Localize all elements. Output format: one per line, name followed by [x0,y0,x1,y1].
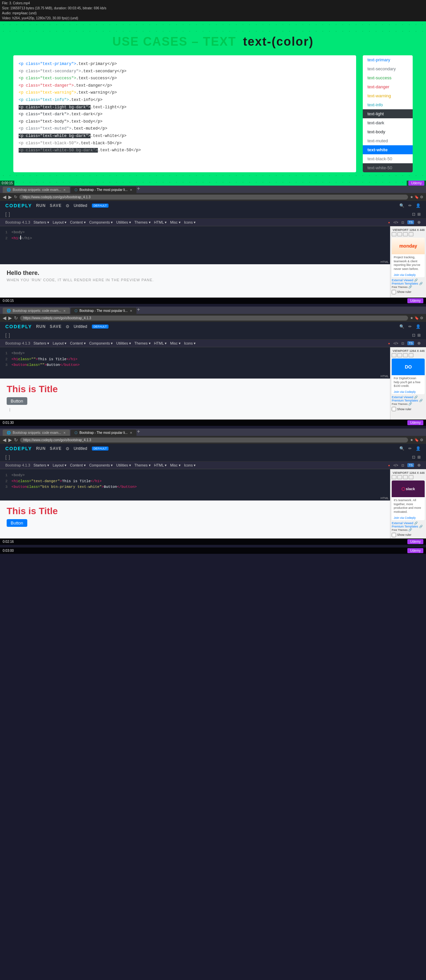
browser-tab-3b[interactable]: ⬡ Bootstrap - The most popular li... ✕ [71,430,136,436]
settings-icon-3[interactable]: ⚙ [66,446,70,451]
browser-tab-3a[interactable]: 🌐 Bootstrap snippets: code exam... ✕ [3,430,70,436]
run-btn-3[interactable]: RUN [36,446,46,451]
menu-layout-1[interactable]: Layout ▾ [52,220,67,224]
color-item-muted[interactable]: text-muted [363,136,413,145]
menu-starters-3[interactable]: Starters ▾ [33,463,49,468]
menu-utilities-3[interactable]: Utilities ▾ [116,463,131,468]
user-icon-2[interactable]: 👤 [416,324,421,329]
menu-icons-1[interactable]: Icons ▾ [184,220,196,224]
tab-3b-close[interactable]: ✕ [130,431,133,434]
promo-cta-3[interactable]: Join via Codeply [392,515,424,520]
forward-btn-2[interactable]: ▶ [8,315,12,321]
tab-add-2[interactable]: + [137,307,140,314]
forward-btn-3[interactable]: ▶ [8,437,12,442]
free-themes-link-2[interactable]: Free Themes [392,402,407,406]
address-bar-1[interactable]: https://www.codeply.com/go/o/bootstrap_4… [19,195,408,200]
color-item-danger[interactable]: text-danger [363,82,413,91]
address-bar-2[interactable]: https://www.codeply.com/go/o/bootstrap_4… [20,315,408,321]
menu-content-3[interactable]: Content ▾ [70,463,86,468]
save-btn-3[interactable]: SAVE [49,446,62,451]
color-item-white[interactable]: text-white [363,145,413,154]
menu-starters-2[interactable]: Starters ▾ [33,341,49,345]
menu-misc-1[interactable]: Misc ▾ [170,220,181,224]
external-link-3[interactable]: External Viewed [392,522,413,525]
premium-link-2[interactable]: Premium Templates [392,399,418,402]
search-icon-3[interactable]: 🔍 [399,446,404,451]
color-item-dark[interactable]: text-dark [363,118,413,127]
menu-icons-3[interactable]: Icons ▾ [184,463,196,468]
menu-themes-1[interactable]: Themes ▾ [135,220,151,224]
tab-1b-close[interactable]: ✕ [130,188,133,192]
color-item-primary[interactable]: text-primary [363,55,413,64]
menu-html-3[interactable]: HTML ▾ [154,463,167,468]
address-bar-3[interactable]: https://www.codeply.com/go/o/bootstrap_4… [20,438,408,442]
menu-utilities-2[interactable]: Utilities ▾ [116,341,131,345]
menu-components-3[interactable]: Components ▾ [89,463,113,468]
color-item-warning[interactable]: text-warning [363,91,413,100]
code-icon-3[interactable]: </> [393,463,398,467]
back-btn-3[interactable]: ◀ [3,437,6,442]
browser-tab-2a[interactable]: 🌐 Bootstrap snippets: code exam... ✕ [3,307,70,314]
more-icon-2[interactable]: ⊕ [417,341,421,345]
browser-tab-1b[interactable]: ⬡ Bootstrap - The most popular li... ✕ [71,186,136,193]
menu-misc-2[interactable]: Misc ▾ [170,341,181,345]
menu-utilities-1[interactable]: Utilities ▾ [116,220,131,224]
free-themes-link-1[interactable]: Free Themes [392,286,407,289]
split-icon-1[interactable]: ⊞ [417,212,421,216]
preview-button-3[interactable]: Button [7,519,27,527]
settings-icon-1[interactable]: ⚙ [66,203,70,208]
split-icon-3[interactable]: ⊞ [417,455,421,460]
ruler-checkbox-3[interactable] [392,533,396,537]
menu-content-2[interactable]: Content ▾ [70,341,86,345]
promo-cta-1[interactable]: Join via Codeply [392,272,424,277]
layout-icon-2[interactable]: ⊡ [401,342,404,345]
settings-icon-2[interactable]: ⚙ [66,324,70,329]
menu-icons-2[interactable]: Icons ▾ [184,341,196,345]
promo-cta-2[interactable]: Join via Codeply [392,390,424,394]
run-btn-1[interactable]: RUN [36,203,46,208]
menu-layout-2[interactable]: Layout ▾ [52,341,67,345]
color-item-secondary[interactable]: text-secondary [363,64,413,73]
menu-misc-3[interactable]: Misc ▾ [170,463,181,468]
external-link-1[interactable]: External Viewed [392,278,413,282]
menu-components-2[interactable]: Components ▾ [89,341,113,345]
save-btn-2[interactable]: SAVE [49,324,62,329]
code-icon-1[interactable]: </> [393,221,398,224]
menu-content-1[interactable]: Content ▾ [70,220,86,224]
menu-components-1[interactable]: Components ▾ [89,220,113,224]
edit-icon-1[interactable]: ✏ [409,203,412,208]
layout-icon-1[interactable]: ⊡ [401,221,404,224]
expand-icon-3[interactable]: ⊡ [412,455,415,460]
ruler-checkbox-2[interactable] [392,407,396,411]
tab-add-1[interactable]: + [137,186,140,193]
menu-layout-3[interactable]: Layout ▾ [52,463,67,468]
browser-tab-1a[interactable]: 🌐 Bootstrap snippets: code exam... ✕ [3,186,70,193]
free-themes-link-3[interactable]: Free Themes [392,528,407,531]
ruler-checkbox-1[interactable] [392,290,396,294]
menu-starters-1[interactable]: Starters ▾ [33,220,49,224]
menu-themes-2[interactable]: Themes ▾ [135,341,151,345]
edit-icon-3[interactable]: ✏ [409,446,412,451]
premium-link-3[interactable]: Premium Templates [392,525,418,528]
back-btn-1[interactable]: ◀ [3,194,6,200]
reload-btn-1[interactable]: ↻ [14,195,17,199]
layout-icon-3[interactable]: ⊡ [401,463,404,467]
color-item-body[interactable]: text-body [363,127,413,136]
color-item-info[interactable]: text-info [363,100,413,109]
user-icon-3[interactable]: 👤 [416,446,421,451]
code-editor-3[interactable]: 1 <body> 2 <h1 class= "text-danger" > Th… [0,469,390,496]
run-btn-2[interactable]: RUN [36,324,46,329]
more-icon-1[interactable]: ⊕ [417,220,421,224]
forward-btn-1[interactable]: ▶ [8,194,12,200]
premium-link-1[interactable]: Premium Templates [392,282,418,285]
split-icon-2[interactable]: ⊞ [417,333,421,337]
browser-tab-2b[interactable]: ⬡ Bootstrap - The most popular li... ✕ [71,307,136,314]
external-link-2[interactable]: External Viewed [392,396,413,399]
code-editor-2[interactable]: 1 <body> 2 <h1 class= "" > This is Title… [0,347,390,374]
more-icon-3[interactable]: ⊕ [417,463,421,468]
code-icon-2[interactable]: </> [393,342,398,345]
color-item-success[interactable]: text-success [363,73,413,82]
tab-3a-close[interactable]: ✕ [63,431,66,434]
code-editor-1[interactable]: 1 <body> 2 <h1 > </h1> [0,226,390,259]
expand-icon-2[interactable]: ⊡ [412,333,415,337]
